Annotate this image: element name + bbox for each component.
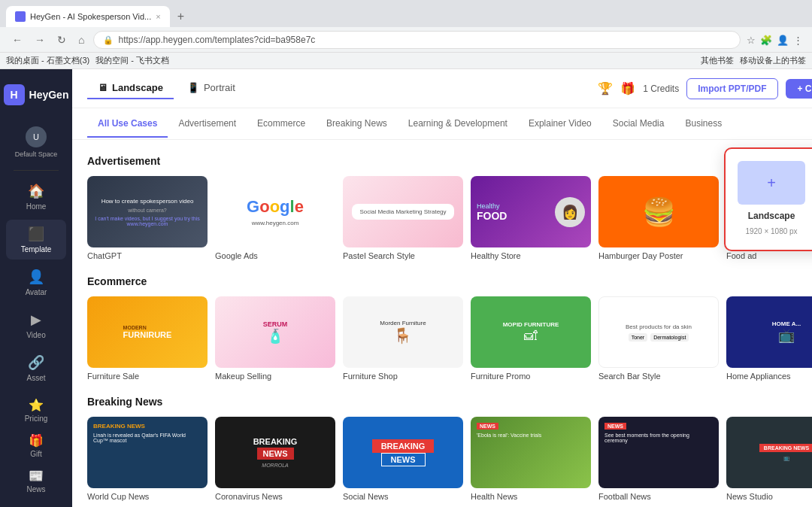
account-btn[interactable]: 👤: [777, 35, 789, 46]
portrait-icon: 📱: [187, 82, 199, 93]
template-thumb-hamburger: 🍔: [598, 176, 719, 247]
sidebar-news[interactable]: 📰 News: [6, 464, 66, 498]
cat-ecommerce[interactable]: Ecommerce: [247, 111, 316, 138]
browser-tab[interactable]: HeyGen - AI Spokesperson Vid... ×: [6, 6, 170, 27]
template-world-cup[interactable]: BREAKING NEWS Linah is revealed as Qatar…: [87, 417, 208, 501]
sidebar-item-home[interactable]: 🏠 Home: [6, 177, 66, 217]
ecommerce-grid: MODERN FURNIRURE Furniture Sale SERUM 🧴: [87, 296, 812, 381]
template-furniture-shop[interactable]: Morden Furniture 🪑 Furniture Shop: [343, 296, 463, 381]
mode-tabs: 🖥 Landscape 📱 Portrait: [87, 77, 246, 99]
other-bookmarks[interactable]: 其他书签: [701, 55, 734, 66]
tab-title: HeyGen - AI Spokesperson Vid...: [30, 12, 151, 21]
video-icon: ▶: [31, 311, 41, 328]
nav-home-btn[interactable]: ⌂: [75, 32, 87, 47]
template-news-studio[interactable]: BREAKING NEWS 📺 News Studio: [726, 417, 812, 501]
menu-btn[interactable]: ⋮: [793, 35, 803, 46]
template-search-bar[interactable]: Best products for da skin Toner Dermatol…: [598, 296, 719, 381]
sidebar-asset-label: Asset: [26, 374, 45, 382]
category-tabs: All Use Cases Advertisement Ecommerce Br…: [72, 108, 812, 140]
advertisement-section-header: Advertisement: [87, 155, 812, 167]
template-makeup[interactable]: SERUM 🧴 Makeup Selling: [215, 296, 335, 381]
template-name-healthy: Healthy Store: [471, 251, 591, 260]
app-container: H HeyGen U Default Space 🏠 Home ⬛ Templa…: [0, 69, 812, 507]
template-thumb-search-bar: Best products for da skin Toner Dermatol…: [598, 296, 719, 368]
template-thumb-healthy: Healthy FOOD 👩: [471, 176, 591, 247]
template-thumb-world-cup: BREAKING NEWS Linah is revealed as Qatar…: [87, 417, 208, 488]
template-hamburger[interactable]: 🍔 Hamburger Day Poster: [598, 176, 719, 260]
template-thumb-makeup: SERUM 🧴: [215, 296, 335, 368]
lock-icon: 🔒: [103, 35, 114, 45]
extensions-btn[interactable]: 🧩: [760, 35, 772, 46]
nav-forward-btn[interactable]: →: [32, 32, 48, 47]
breaking-news-title: Breaking News: [87, 396, 162, 408]
bookmark-btn[interactable]: ☆: [747, 35, 756, 46]
header-right: 🏆 🎁 1 Credits Import PPT/PDF + Create Vi…: [598, 78, 812, 99]
sidebar-pricing[interactable]: ⭐ Pricing: [6, 393, 66, 427]
gift-header-btn[interactable]: 🎁: [620, 81, 635, 96]
trophy-btn[interactable]: 🏆: [598, 81, 613, 96]
template-social-news[interactable]: BREAKING NEWS Social News: [343, 417, 463, 501]
mode-tab-landscape[interactable]: 🖥 Landscape: [87, 77, 174, 99]
template-corona[interactable]: BREAKING NEWS MORROLA Coronavirus News: [215, 417, 335, 501]
bookmarks-toolbar: 我的桌面 - 石墨文档(3) 我的空间 - 飞书文档 其他书签 移动设备上的书签: [0, 53, 812, 69]
new-tab-btn[interactable]: +: [173, 10, 189, 23]
pricing-icon: ⭐: [29, 398, 44, 412]
user-label: Default Space: [15, 150, 58, 158]
dropdown-overlay: + Landscape 1920 × 1080 px Portrait: [724, 147, 812, 251]
template-name-corona: Coronavirus News: [215, 492, 335, 501]
mode-tab-portrait[interactable]: 📱 Portrait: [177, 77, 246, 99]
template-thumb-chatgpt: How to create spokesperson video without…: [87, 176, 208, 247]
sidebar-item-video[interactable]: ▶ Video: [6, 305, 66, 345]
template-health-news[interactable]: NEWS 'Ebola is real': Vaccine trials Hea…: [471, 417, 591, 501]
template-furniture-sale[interactable]: MODERN FURNIRURE Furniture Sale: [87, 296, 208, 381]
ecommerce-title: Ecommerce: [87, 275, 147, 287]
import-btn[interactable]: Import PPT/PDF: [686, 78, 777, 99]
template-healthy[interactable]: Healthy FOOD 👩 Healthy Store: [471, 176, 591, 260]
template-thumb-furniture-shop: Morden Furniture 🪑: [343, 296, 463, 368]
template-chatgpt[interactable]: How to create spokesperson video without…: [87, 176, 208, 260]
mobile-bookmarks[interactable]: 移动设备上的书签: [740, 55, 806, 66]
cat-breaking-news[interactable]: Breaking News: [316, 111, 398, 138]
nav-refresh-btn[interactable]: ↻: [54, 32, 69, 47]
breaking-news-grid: BREAKING NEWS Linah is revealed as Qatar…: [87, 417, 812, 501]
template-name-hamburger: Hamburger Day Poster: [598, 251, 719, 260]
template-furniture-promo[interactable]: MOPID FURNITURE 🛋 Furniture Promo: [471, 296, 591, 381]
sidebar: H HeyGen U Default Space 🏠 Home ⬛ Templa…: [0, 69, 72, 507]
template-thumb-furniture: MODERN FURNIRURE: [87, 296, 208, 368]
home-icon: 🏠: [28, 183, 44, 199]
tab-close-btn[interactable]: ×: [156, 12, 160, 21]
template-name-food-ad: Food ad: [726, 251, 812, 260]
bookmark-feishu[interactable]: 我的空间 - 飞书文档: [95, 55, 169, 66]
cat-advertisement[interactable]: Advertisement: [168, 111, 247, 138]
template-pastel[interactable]: Social Media Marketing Strategy Pastel S…: [343, 176, 463, 260]
sidebar-user[interactable]: U Default Space: [9, 120, 64, 164]
sidebar-item-asset[interactable]: 🔗 Asset: [6, 348, 66, 388]
landscape-label: Landscape: [112, 82, 163, 93]
cat-business[interactable]: Business: [674, 111, 732, 138]
landscape-icon: 🖥: [98, 82, 108, 93]
sidebar-gift[interactable]: 🎁 Gift: [6, 429, 66, 463]
news-label: News: [26, 485, 45, 493]
main-wrapper: 🖥 Landscape 📱 Portrait 🏆 🎁 1 Credits Imp…: [72, 69, 812, 507]
news-icon: 📰: [29, 469, 44, 483]
template-name-pastel: Pastel Search Style: [343, 251, 463, 260]
nav-back-btn[interactable]: ←: [9, 32, 26, 47]
cat-all[interactable]: All Use Cases: [87, 111, 168, 138]
cat-learning[interactable]: Learning & Development: [398, 111, 518, 138]
sidebar-template-label: Template: [21, 245, 52, 254]
template-google[interactable]: Google www.heygen.com Google Ads: [215, 176, 335, 260]
template-home-app[interactable]: HOME A... 📺 Home Appliances: [726, 296, 812, 381]
sidebar-video-label: Video: [26, 331, 45, 339]
template-name-football: Football News: [598, 492, 719, 501]
sidebar-item-avatar[interactable]: 👤 Avatar: [6, 263, 66, 302]
address-bar[interactable]: 🔒 https://app.heygen.com/templates?cid=b…: [93, 31, 741, 49]
cat-social[interactable]: Social Media: [602, 111, 675, 138]
cat-explainer[interactable]: Explainer Video: [518, 111, 602, 138]
bookmark-desktop[interactable]: 我的桌面 - 石墨文档(3): [6, 55, 89, 66]
template-thumb-football: NEWS See best moments from the opening c…: [598, 417, 719, 488]
format-landscape[interactable]: + Landscape 1920 × 1080 px: [738, 161, 805, 238]
sidebar-item-template[interactable]: ⬛ Template: [6, 220, 66, 260]
create-video-btn[interactable]: + Create Video: [786, 79, 812, 99]
template-name-world-cup: World Cup News: [87, 492, 208, 501]
template-football[interactable]: NEWS See best moments from the opening c…: [598, 417, 719, 501]
